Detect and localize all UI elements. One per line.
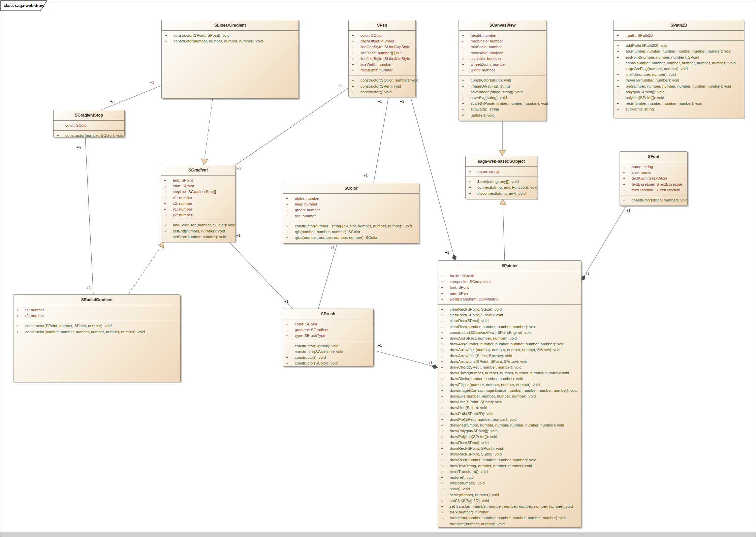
method-text: addColorStop(number, SColor): void: [173, 222, 235, 228]
methods-compartment: +addPath(SPath2D): void+arc(number, numb…: [614, 40, 744, 118]
method-text: constructor(number, SColor): void: [65, 133, 123, 138]
visibility-marker: +: [459, 33, 471, 38]
method-row: +imageUrl(string): string: [459, 84, 546, 89]
method-text: drawChord(SRect, number, number): void: [450, 365, 522, 370]
visibility-marker: +: [438, 475, 450, 480]
diagram-frame-tab-label: class saga-web-draw: [4, 3, 44, 8]
method-row: +resetTransform(): void: [438, 469, 581, 475]
attribute-text: lineCapStyle: SLineCapStyle: [360, 44, 410, 50]
attribute-row: +start: SPoint: [161, 183, 235, 189]
visibility-marker: +: [349, 44, 360, 50]
class-box-SPen[interactable]: SPen+color: SColor+dashOffset: number+li…: [348, 20, 416, 97]
visibility-marker: +: [13, 307, 25, 313]
attribute-text: red: number: [295, 213, 316, 219]
method-row: +saveImage(string, string): void: [459, 89, 546, 95]
attribute-text: color: SColor: [295, 321, 317, 327]
visibility-marker: +: [614, 43, 626, 49]
method-text: drawRect(SPoint, SPoint): void: [450, 446, 503, 451]
method-text: constructor(): void: [360, 89, 391, 95]
attribute-row: +name: string: [620, 164, 687, 170]
method-row: +drawImage(CanvasImageSource, number, nu…: [438, 388, 581, 393]
visibility-marker: +: [283, 327, 295, 333]
attributes-compartment: +name: string+size: numer+textAlign: STe…: [620, 162, 687, 195]
multiplicity-label: +n: [110, 99, 115, 103]
visibility-marker: +: [349, 38, 360, 44]
attribute-row: +dashOffset: number: [349, 38, 415, 44]
method-text: restore(): void: [450, 475, 474, 480]
attribute-text: textDirection: STextDirection: [632, 187, 680, 193]
method-text: chord(number, number, number, number, nu…: [626, 60, 736, 66]
method-row: +constructor(string): void: [459, 77, 546, 83]
visibility-marker: +: [438, 463, 450, 469]
method-text: pie(number, number, number, number, numb…: [626, 84, 731, 89]
bottom-scrollbar[interactable]: [0, 532, 756, 537]
method-row: +constructor(SPen): void: [349, 84, 415, 89]
class-box-SCanvasView[interactable]: SCanvasView+height: number+maxScale: num…: [459, 20, 546, 121]
method-text: constructor(SColor): void: [295, 360, 338, 366]
method-row: +disconnect(string, any): void: [466, 191, 537, 196]
attribute-text: dashOffset: number: [360, 38, 395, 44]
visibility-marker: +: [459, 62, 471, 67]
attribute-text: end: SPoint: [173, 178, 193, 183]
visibility-marker: +: [54, 133, 65, 138]
method-text: drawImage(CanvasImageSource, number, num…: [450, 388, 577, 393]
class-box-SLinearGradient[interactable]: SLinearGradient+constructor(SPoint, SPoi…: [161, 20, 299, 99]
class-box-SRadialGradient[interactable]: SRadialGradient+r1: number+r2: number+co…: [13, 294, 181, 382]
method-row: +clearRect(number, number, number, numbe…: [438, 324, 581, 330]
class-box-SGradient[interactable]: SGradient+end: SPoint+start: SPoint+stop…: [161, 165, 235, 242]
visibility-marker: +: [161, 201, 173, 207]
class-box-SPath2D[interactable]: SPath2D+_path: SPath2D+addPath(SPath2D):…: [613, 20, 744, 118]
visibility-marker: +: [438, 279, 450, 285]
visibility-marker: +: [283, 360, 295, 366]
multiplicity-label: +1: [364, 173, 368, 178]
method-text: constructor(number | string | SColor, nu…: [295, 223, 412, 229]
class-title: SPen: [349, 20, 415, 30]
visibility-marker: +: [283, 213, 295, 219]
class-box-SGradientStop[interactable]: SGradientStop-color: SColor+constructor(…: [53, 110, 125, 137]
visibility-marker: +: [438, 359, 450, 365]
class-box-SFont[interactable]: SFont+name: string+size: numer+textAlign…: [620, 151, 688, 206]
visibility-marker: +: [283, 223, 295, 229]
method-row: +drawChord(number, number, number, numbe…: [438, 370, 581, 376]
method-row: +drawArc(number, number, number, number,…: [438, 341, 581, 347]
visibility-marker: +: [438, 399, 450, 405]
visibility-marker: +: [614, 106, 626, 112]
class-box-SBrush[interactable]: SBrush+color: SColor+gradient: SGradient…: [283, 309, 374, 367]
attribute-row: +blue: number: [283, 201, 419, 207]
attribute-row: +alpha: number: [283, 196, 419, 201]
attribute-text: worldTransform: DOMMatrix: [450, 296, 498, 302]
method-row: +addPath(SPath2D): void: [614, 43, 744, 49]
attribute-row: +pen: SPen: [438, 291, 581, 296]
method-text: constructor(SColor, number): void: [360, 77, 418, 83]
attribute-text: lineJoinStyle: SLineJoinStyle: [360, 56, 410, 62]
class-title: SColor: [283, 183, 419, 193]
method-text: drawArrowLine(SLine, SArrow): void: [450, 353, 512, 359]
multiplicity-label: +1: [378, 99, 382, 103]
class-box-saga-web-base-SObject[interactable]: saga-web-base::SObject+name: string+$emi…: [465, 156, 537, 199]
assoc-scolor-sbrush: [318, 244, 337, 309]
method-text: constructor(): void: [295, 355, 326, 360]
visibility-marker: +: [438, 382, 450, 388]
visibility-marker: +: [349, 33, 360, 38]
method-row: +save(): void: [438, 486, 581, 492]
composition-spainter-sfont: [585, 206, 626, 276]
attribute-text: composite: SComposite: [450, 279, 491, 285]
composition-diamond: [432, 365, 438, 369]
visibility-marker: +: [466, 191, 477, 196]
class-box-SPainter[interactable]: SPainter+brush: SBrush+composite: SCompo…: [438, 260, 581, 528]
attribute-row: +worldTransform: DOMMatrix: [438, 296, 581, 302]
visibility-marker: +: [438, 469, 450, 475]
visibility-marker: +: [438, 492, 450, 498]
method-text: imageUrl(string): string: [471, 84, 510, 89]
method-row: +arcPoint(number, number, number): SPoin…: [614, 55, 744, 60]
method-row: +setEnd(number, number): void: [161, 228, 235, 234]
visibility-marker: +: [620, 176, 632, 181]
method-text: drawPolyline(SPoint[]): void: [450, 434, 497, 440]
methods-compartment: +constructor(SPoint, number, SPoint, num…: [13, 321, 180, 382]
attribute-text: scalable: boolean: [471, 56, 501, 62]
class-box-SColor[interactable]: SColor+alpha: number+blue: number+green:…: [283, 183, 419, 244]
method-text: moveTo(number, number): void: [626, 77, 679, 83]
attribute-text: green: number: [295, 207, 320, 213]
method-row: +drawEllipse(number, number, number, num…: [438, 382, 581, 388]
visibility-marker: +: [620, 197, 632, 203]
